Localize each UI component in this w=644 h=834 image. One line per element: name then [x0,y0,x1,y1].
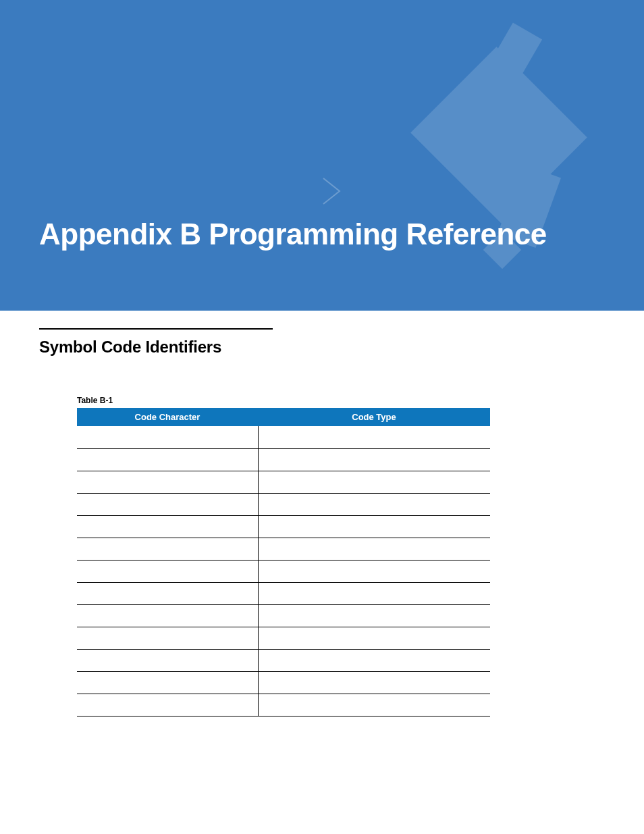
table-row [77,515,490,538]
table-cell [77,426,258,448]
table-cell [258,426,490,448]
table-cell [77,471,258,493]
table-row [77,448,490,471]
column-header-code-type: Code Type [258,408,490,426]
table-cell [77,493,258,515]
content-area: Symbol Code Identifiers Table B-1 Code C… [0,328,644,716]
table-cell [258,493,490,515]
table-row [77,649,490,671]
table-row [77,426,490,448]
column-header-code-character: Code Character [77,408,258,426]
svg-rect-1 [410,47,587,224]
table-row [77,582,490,604]
table-cell [258,471,490,493]
table-cell [77,627,258,649]
page-title: Appendix B Programming Reference [39,217,547,251]
table-cell [258,671,490,694]
table-cell [258,649,490,671]
table-cell [77,582,258,604]
table-cell [77,694,258,716]
scanner-watermark-graphic [387,14,603,297]
table-cell [258,604,490,627]
table-row [77,694,490,716]
table-row [77,560,490,582]
chevron-right-icon [321,176,344,207]
table-row [77,627,490,649]
table-container: Table B-1 Code Character Code Type [77,396,490,716]
table-cell [258,515,490,538]
table-cell [258,448,490,471]
table-row [77,493,490,515]
section-heading: Symbol Code Identifiers [39,338,605,357]
header-band: Appendix B Programming Reference [0,0,644,311]
table-cell [258,538,490,560]
table-row [77,671,490,694]
table-cell [258,560,490,582]
table-label: Table B-1 [77,396,490,405]
table-cell [77,515,258,538]
table-cell [77,604,258,627]
table-cell [77,671,258,694]
table-row [77,604,490,627]
table-cell [77,560,258,582]
symbol-code-table: Code Character Code Type [77,408,490,716]
table-cell [77,649,258,671]
section-rule [39,328,273,330]
table-cell [77,538,258,560]
table-row [77,471,490,493]
table-cell [258,694,490,716]
table-cell [258,582,490,604]
table-cell [258,627,490,649]
table-row [77,538,490,560]
table-cell [77,448,258,471]
